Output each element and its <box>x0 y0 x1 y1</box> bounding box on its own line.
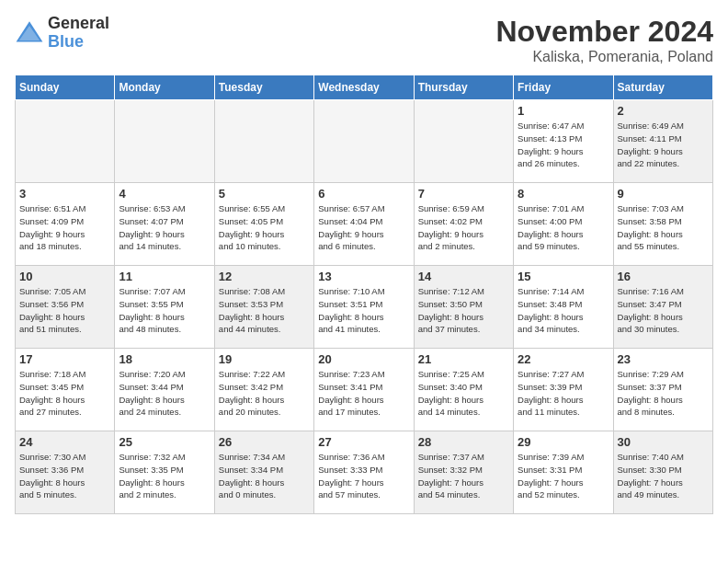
calendar-cell: 22Sunrise: 7:27 AM Sunset: 3:39 PM Dayli… <box>514 349 613 431</box>
calendar-cell: 24Sunrise: 7:30 AM Sunset: 3:36 PM Dayli… <box>16 431 115 514</box>
day-number: 27 <box>318 435 409 449</box>
calendar-cell: 13Sunrise: 7:10 AM Sunset: 3:51 PM Dayli… <box>314 266 414 349</box>
day-info: Sunrise: 7:16 AM Sunset: 3:47 PM Dayligh… <box>618 285 709 336</box>
day-info: Sunrise: 7:12 AM Sunset: 3:50 PM Dayligh… <box>418 285 509 336</box>
day-number: 7 <box>418 187 509 201</box>
day-number: 24 <box>19 435 110 449</box>
day-info: Sunrise: 7:39 AM Sunset: 3:31 PM Dayligh… <box>518 451 609 501</box>
day-number: 21 <box>418 352 509 366</box>
day-number: 29 <box>518 435 609 449</box>
calendar-cell: 28Sunrise: 7:37 AM Sunset: 3:32 PM Dayli… <box>414 431 513 514</box>
calendar-cell <box>314 100 414 183</box>
page-header: General Blue November 2024 Kaliska, Pome… <box>15 15 713 65</box>
day-number: 4 <box>119 187 210 201</box>
calendar-cell <box>115 100 214 183</box>
calendar-cell: 3Sunrise: 6:51 AM Sunset: 4:09 PM Daylig… <box>16 183 115 266</box>
day-number: 26 <box>219 435 310 449</box>
calendar-cell: 18Sunrise: 7:20 AM Sunset: 3:44 PM Dayli… <box>115 349 214 431</box>
calendar-cell: 17Sunrise: 7:18 AM Sunset: 3:45 PM Dayli… <box>16 349 115 431</box>
day-number: 12 <box>219 270 310 283</box>
day-number: 23 <box>618 352 709 366</box>
day-number: 11 <box>119 270 210 283</box>
weekday-header: Thursday <box>414 75 513 100</box>
weekday-header: Saturday <box>613 75 712 100</box>
logo-line1: General <box>48 15 109 33</box>
calendar-table: SundayMondayTuesdayWednesdayThursdayFrid… <box>15 75 713 514</box>
calendar-cell: 23Sunrise: 7:29 AM Sunset: 3:37 PM Dayli… <box>613 349 712 431</box>
calendar-cell: 11Sunrise: 7:07 AM Sunset: 3:55 PM Dayli… <box>115 266 214 349</box>
calendar-cell: 7Sunrise: 6:59 AM Sunset: 4:02 PM Daylig… <box>414 183 513 266</box>
day-info: Sunrise: 7:32 AM Sunset: 3:35 PM Dayligh… <box>119 451 210 501</box>
calendar-cell: 4Sunrise: 6:53 AM Sunset: 4:07 PM Daylig… <box>115 183 214 266</box>
calendar-cell: 2Sunrise: 6:49 AM Sunset: 4:11 PM Daylig… <box>613 100 712 183</box>
day-number: 14 <box>418 270 509 283</box>
day-info: Sunrise: 7:07 AM Sunset: 3:55 PM Dayligh… <box>119 285 210 336</box>
calendar-cell: 15Sunrise: 7:14 AM Sunset: 3:48 PM Dayli… <box>514 266 613 349</box>
day-number: 18 <box>119 352 210 366</box>
day-number: 1 <box>518 104 609 118</box>
calendar-cell: 30Sunrise: 7:40 AM Sunset: 3:30 PM Dayli… <box>613 431 712 514</box>
weekday-header: Friday <box>514 75 613 100</box>
day-info: Sunrise: 7:14 AM Sunset: 3:48 PM Dayligh… <box>518 285 609 336</box>
day-info: Sunrise: 6:47 AM Sunset: 4:13 PM Dayligh… <box>518 120 609 170</box>
calendar-cell: 26Sunrise: 7:34 AM Sunset: 3:34 PM Dayli… <box>214 431 313 514</box>
calendar-row: 17Sunrise: 7:18 AM Sunset: 3:45 PM Dayli… <box>16 349 713 431</box>
calendar-cell: 10Sunrise: 7:05 AM Sunset: 3:56 PM Dayli… <box>16 266 115 349</box>
weekday-header: Wednesday <box>314 75 414 100</box>
day-number: 17 <box>19 352 110 366</box>
day-number: 6 <box>318 187 409 201</box>
day-number: 20 <box>318 352 409 366</box>
location: Kaliska, Pomerania, Poland <box>495 49 713 65</box>
day-number: 22 <box>518 352 609 366</box>
day-number: 9 <box>618 187 709 201</box>
day-number: 28 <box>418 435 509 449</box>
day-info: Sunrise: 7:29 AM Sunset: 3:37 PM Dayligh… <box>618 368 709 419</box>
calendar-cell <box>214 100 313 183</box>
day-info: Sunrise: 6:49 AM Sunset: 4:11 PM Dayligh… <box>618 120 709 170</box>
day-info: Sunrise: 7:05 AM Sunset: 3:56 PM Dayligh… <box>19 285 110 336</box>
calendar-cell: 12Sunrise: 7:08 AM Sunset: 3:53 PM Dayli… <box>214 266 313 349</box>
calendar-cell: 29Sunrise: 7:39 AM Sunset: 3:31 PM Dayli… <box>514 431 613 514</box>
weekday-header-row: SundayMondayTuesdayWednesdayThursdayFrid… <box>16 75 713 100</box>
day-info: Sunrise: 7:10 AM Sunset: 3:51 PM Dayligh… <box>318 285 409 336</box>
calendar-cell: 9Sunrise: 7:03 AM Sunset: 3:58 PM Daylig… <box>613 183 712 266</box>
day-info: Sunrise: 6:55 AM Sunset: 4:05 PM Dayligh… <box>219 202 310 253</box>
calendar-cell <box>16 100 115 183</box>
day-info: Sunrise: 7:22 AM Sunset: 3:42 PM Dayligh… <box>219 368 310 419</box>
day-info: Sunrise: 6:59 AM Sunset: 4:02 PM Dayligh… <box>418 202 509 253</box>
calendar-cell: 1Sunrise: 6:47 AM Sunset: 4:13 PM Daylig… <box>514 100 613 183</box>
weekday-header: Monday <box>115 75 214 100</box>
day-number: 3 <box>19 187 110 201</box>
day-info: Sunrise: 7:08 AM Sunset: 3:53 PM Dayligh… <box>219 285 310 336</box>
logo-text: General Blue <box>48 15 109 52</box>
calendar-row: 3Sunrise: 6:51 AM Sunset: 4:09 PM Daylig… <box>16 183 713 266</box>
day-info: Sunrise: 7:20 AM Sunset: 3:44 PM Dayligh… <box>119 368 210 419</box>
day-info: Sunrise: 6:53 AM Sunset: 4:07 PM Dayligh… <box>119 202 210 253</box>
title-section: November 2024 Kaliska, Pomerania, Poland <box>495 15 713 65</box>
day-info: Sunrise: 6:51 AM Sunset: 4:09 PM Dayligh… <box>19 202 110 253</box>
calendar-cell: 27Sunrise: 7:36 AM Sunset: 3:33 PM Dayli… <box>314 431 414 514</box>
day-info: Sunrise: 7:30 AM Sunset: 3:36 PM Dayligh… <box>19 451 110 501</box>
day-info: Sunrise: 7:27 AM Sunset: 3:39 PM Dayligh… <box>518 368 609 419</box>
calendar-cell: 19Sunrise: 7:22 AM Sunset: 3:42 PM Dayli… <box>214 349 313 431</box>
day-number: 10 <box>19 270 110 283</box>
weekday-header: Sunday <box>16 75 115 100</box>
calendar-row: 1Sunrise: 6:47 AM Sunset: 4:13 PM Daylig… <box>16 100 713 183</box>
day-info: Sunrise: 7:36 AM Sunset: 3:33 PM Dayligh… <box>318 451 409 501</box>
day-info: Sunrise: 7:01 AM Sunset: 4:00 PM Dayligh… <box>518 202 609 253</box>
calendar-row: 10Sunrise: 7:05 AM Sunset: 3:56 PM Dayli… <box>16 266 713 349</box>
calendar-cell: 25Sunrise: 7:32 AM Sunset: 3:35 PM Dayli… <box>115 431 214 514</box>
calendar-cell: 5Sunrise: 6:55 AM Sunset: 4:05 PM Daylig… <box>214 183 313 266</box>
calendar-cell: 8Sunrise: 7:01 AM Sunset: 4:00 PM Daylig… <box>514 183 613 266</box>
day-info: Sunrise: 7:23 AM Sunset: 3:41 PM Dayligh… <box>318 368 409 419</box>
day-info: Sunrise: 7:37 AM Sunset: 3:32 PM Dayligh… <box>418 451 509 501</box>
weekday-header: Tuesday <box>214 75 313 100</box>
logo-icon <box>15 18 44 48</box>
calendar-cell: 16Sunrise: 7:16 AM Sunset: 3:47 PM Dayli… <box>613 266 712 349</box>
day-number: 8 <box>518 187 609 201</box>
day-number: 25 <box>119 435 210 449</box>
day-info: Sunrise: 6:57 AM Sunset: 4:04 PM Dayligh… <box>318 202 409 253</box>
logo: General Blue <box>15 15 109 52</box>
day-number: 19 <box>219 352 310 366</box>
month-title: November 2024 <box>495 15 713 49</box>
